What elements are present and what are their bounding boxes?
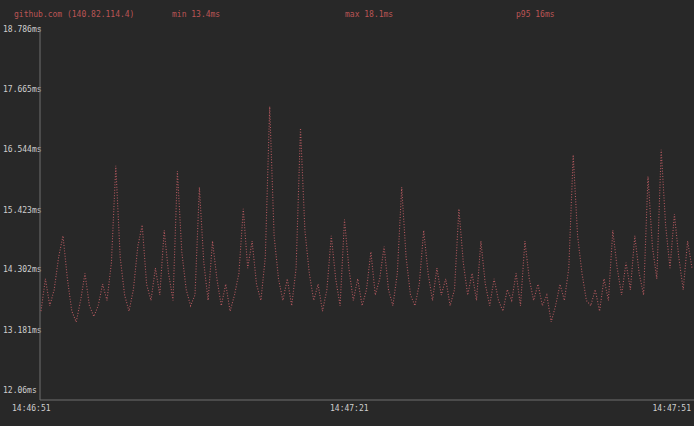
x-axis-tick: 14:46:51 xyxy=(12,404,51,413)
latency-series xyxy=(41,107,692,322)
x-axis-tick: 14:47:51 xyxy=(652,404,691,413)
terminal-screen: github.com (140.82.114.4) min 13.4ms max… xyxy=(0,0,694,426)
latency-line-chart xyxy=(0,0,694,426)
x-axis-tick: 14:47:21 xyxy=(330,404,369,413)
